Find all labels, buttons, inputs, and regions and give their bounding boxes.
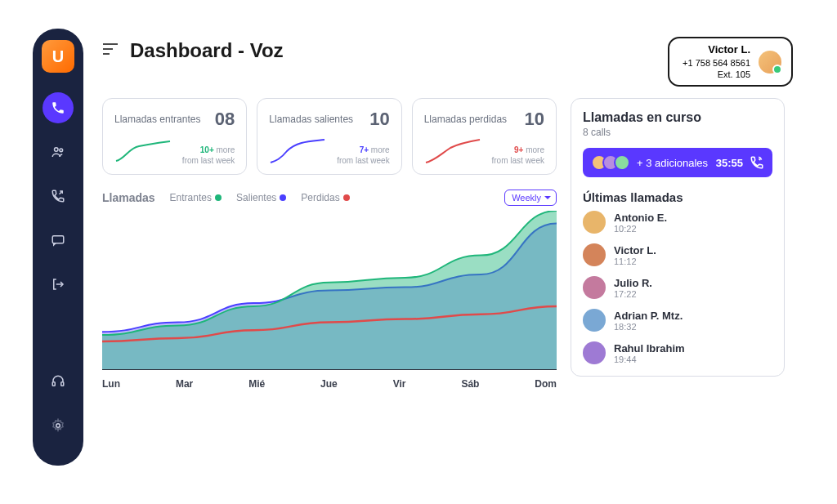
header: Dashboard - Voz bbox=[102, 39, 284, 62]
nav-logout[interactable] bbox=[43, 269, 74, 300]
app-logo[interactable]: U bbox=[42, 40, 74, 73]
gear-icon bbox=[51, 418, 65, 433]
legend-item: Salientes bbox=[236, 192, 286, 203]
phone-active-icon bbox=[750, 155, 764, 170]
svg-point-1 bbox=[60, 149, 63, 152]
call-name: Julio R. bbox=[614, 277, 652, 289]
stat-cards: Llamadas entrantes 08 10+ more from last… bbox=[102, 98, 557, 175]
stat-label: Llamadas salientes bbox=[269, 114, 353, 125]
stat-delta: 10+ more from last week bbox=[182, 145, 235, 166]
svg-point-0 bbox=[55, 148, 59, 152]
call-item[interactable]: Adrian P. Mtz.18:32 bbox=[583, 309, 772, 332]
menu-icon[interactable] bbox=[102, 42, 119, 59]
stat-card-incoming[interactable]: Llamadas entrantes 08 10+ more from last… bbox=[102, 98, 247, 175]
user-chip[interactable]: Victor L. +1 758 564 8561 Ext. 105 bbox=[668, 37, 793, 87]
call-item[interactable]: Victor L.11:12 bbox=[583, 243, 772, 266]
call-list: Antonio E.10:22Victor L.11:12Julio R.17:… bbox=[583, 211, 772, 364]
nav-contacts[interactable] bbox=[43, 136, 74, 167]
chart-block: Llamadas Entrantes Salientes Perdidas We… bbox=[102, 190, 557, 390]
page-title: Dashboard - Voz bbox=[130, 39, 284, 62]
sparkline-icon bbox=[269, 136, 326, 166]
ongoing-timer: 35:55 bbox=[716, 157, 743, 169]
x-tick: Dom bbox=[535, 378, 557, 390]
avatar bbox=[583, 211, 606, 234]
nav-messages[interactable] bbox=[43, 225, 74, 256]
user-phone: +1 758 564 8561 bbox=[683, 57, 750, 69]
x-tick: Vir bbox=[393, 378, 406, 390]
x-tick: Sáb bbox=[461, 378, 479, 390]
call-name: Rahul Ibrahim bbox=[614, 342, 685, 355]
right-panel: Llamadas en curso 8 calls + 3 adicionale… bbox=[571, 98, 785, 377]
call-name: Antonio E. bbox=[614, 212, 667, 224]
legend-item: Perdidas bbox=[301, 192, 349, 203]
stat-value: 08 bbox=[215, 109, 235, 130]
x-tick: Mar bbox=[176, 378, 193, 390]
chat-icon bbox=[51, 233, 65, 248]
x-tick: Lun bbox=[102, 378, 120, 390]
user-name: Victor L. bbox=[683, 43, 750, 57]
avatar bbox=[583, 243, 606, 266]
ongoing-bar[interactable]: + 3 adicionales 35:55 bbox=[583, 148, 772, 177]
stat-value: 10 bbox=[525, 109, 544, 130]
avatar bbox=[614, 154, 630, 171]
call-time: 18:32 bbox=[614, 322, 683, 332]
nav-support[interactable] bbox=[43, 366, 74, 397]
call-item[interactable]: Rahul Ibrahim19:44 bbox=[583, 341, 772, 364]
call-item[interactable]: Antonio E.10:22 bbox=[583, 211, 772, 234]
legend-dot-icon bbox=[215, 194, 222, 201]
stat-delta: 9+ more from last week bbox=[492, 145, 544, 166]
svg-rect-4 bbox=[61, 382, 64, 386]
ongoing-title: Llamadas en curso bbox=[583, 110, 772, 125]
avatar bbox=[759, 51, 781, 74]
svg-rect-2 bbox=[52, 236, 64, 243]
call-time: 11:12 bbox=[614, 256, 656, 266]
nav-outgoing[interactable] bbox=[43, 181, 74, 212]
call-name: Adrian P. Mtz. bbox=[614, 310, 683, 322]
ongoing-extra: + 3 adicionales bbox=[637, 157, 708, 169]
logout-icon bbox=[51, 277, 65, 292]
stat-label: Llamadas perdidas bbox=[424, 114, 507, 125]
legend-dot-icon bbox=[343, 194, 350, 201]
user-ext: Ext. 105 bbox=[683, 69, 750, 80]
call-item[interactable]: Julio R.17:22 bbox=[583, 276, 772, 299]
chart-title: Llamadas bbox=[102, 191, 155, 204]
avatar-stack bbox=[591, 154, 630, 171]
call-time: 10:22 bbox=[614, 224, 667, 234]
call-time: 19:44 bbox=[614, 355, 685, 364]
sidebar: U bbox=[33, 29, 83, 466]
svg-point-5 bbox=[56, 424, 60, 428]
stat-value: 10 bbox=[369, 109, 389, 130]
x-tick: Jue bbox=[320, 378, 338, 390]
stat-card-missed[interactable]: Llamadas perdidas 10 9+ more from last w… bbox=[412, 98, 557, 175]
ongoing-sub: 8 calls bbox=[583, 127, 772, 138]
main: Llamadas entrantes 08 10+ more from last… bbox=[102, 98, 557, 390]
call-time: 17:22 bbox=[614, 289, 652, 299]
stat-delta: 7+ more from last week bbox=[337, 145, 389, 166]
x-tick: Mié bbox=[248, 378, 265, 390]
headset-icon bbox=[51, 374, 65, 389]
chart-x-axis: LunMarMiéJueVirSábDom bbox=[102, 378, 557, 390]
area-chart bbox=[102, 211, 557, 370]
user-chip-text: Victor L. +1 758 564 8561 Ext. 105 bbox=[683, 43, 750, 80]
avatar bbox=[583, 276, 606, 299]
nav-settings[interactable] bbox=[43, 410, 74, 441]
stat-card-outgoing[interactable]: Llamadas salientes 10 7+ more from last … bbox=[257, 98, 401, 175]
stat-label: Llamadas entrantes bbox=[114, 114, 200, 125]
call-forward-icon bbox=[51, 189, 65, 203]
sparkline-icon bbox=[424, 136, 481, 166]
call-name: Victor L. bbox=[614, 244, 656, 256]
legend-item: Entrantes bbox=[170, 192, 222, 203]
avatar bbox=[583, 341, 606, 364]
legend-dot-icon bbox=[280, 194, 286, 201]
nav-phone[interactable] bbox=[43, 92, 74, 123]
recent-title: Últimas llamadas bbox=[583, 190, 772, 204]
svg-rect-3 bbox=[52, 382, 55, 386]
sparkline-icon bbox=[114, 136, 172, 166]
avatar bbox=[583, 309, 606, 332]
phone-icon bbox=[51, 100, 65, 115]
period-select[interactable]: Weekly bbox=[504, 190, 557, 206]
users-icon bbox=[51, 145, 65, 159]
